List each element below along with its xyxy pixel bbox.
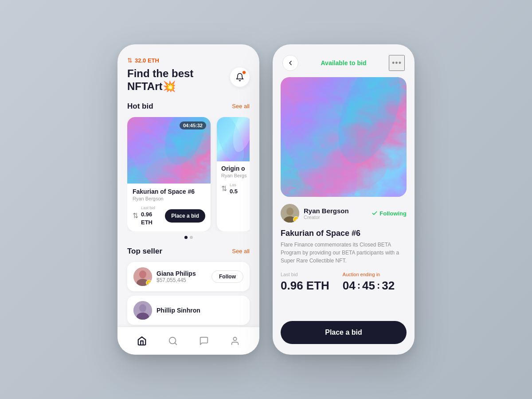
- top-seller-section-header: Top seller See all: [127, 247, 250, 256]
- chat-icon: [199, 336, 209, 346]
- seller-1-amount: $57,055,445: [156, 277, 207, 283]
- sort-icon-2: ⇅: [221, 184, 227, 193]
- nft-detail-section: Fakurian of Space #6 Flare Finance comme…: [273, 229, 415, 321]
- check-icon: [372, 210, 378, 216]
- card-1-timer: 04:45:32: [180, 121, 206, 129]
- eth-amount: 32.0 ETH: [135, 57, 159, 64]
- dot-2[interactable]: [190, 236, 193, 239]
- header-row: Find the best NFTArt💥: [127, 67, 250, 93]
- profile-icon: [230, 336, 240, 346]
- card-1-body: Fakurian of Space #6 Ryan Bergson ⇅ Last…: [127, 184, 211, 231]
- dot-1[interactable]: [184, 236, 188, 239]
- nav-profile-button[interactable]: [226, 332, 244, 350]
- timer-sep-1: :: [357, 280, 360, 291]
- nav-chat-button[interactable]: [195, 332, 213, 350]
- svg-point-16: [233, 337, 236, 340]
- timer-hours: 04: [343, 279, 356, 293]
- card-1-creator: Ryan Bergson: [133, 196, 205, 201]
- creator-text: Ryan Bergson Creator: [304, 207, 349, 220]
- hot-bid-section-header: Hot bid See all: [127, 102, 250, 111]
- main-title: Find the best NFTArt💥: [127, 67, 193, 93]
- following-badge: Following: [372, 210, 407, 217]
- creator-role: Creator: [304, 215, 349, 220]
- hot-bid-title: Hot bid: [127, 102, 153, 111]
- nft-card-2: Origin o Ryan Bergs ⇅ Las 0.5: [217, 117, 250, 231]
- svg-line-15: [175, 343, 176, 344]
- svg-point-12: [139, 304, 146, 312]
- creator-row: ✓ Ryan Bergson Creator Following: [273, 204, 415, 229]
- card-2-body: Origin o Ryan Bergs ⇅ Las 0.5: [217, 161, 250, 199]
- card-1-bid-info: ⇅ Last bid 0.96 ETH: [133, 206, 165, 226]
- bid-label: Last bid: [141, 206, 165, 210]
- nft-card-1: 04:45:32 Fakurian of Space #6 Ryan Bergs…: [127, 117, 211, 231]
- follow-button-seller-1[interactable]: Follow: [211, 270, 243, 283]
- creator-avatar: ✓: [281, 204, 299, 223]
- left-phone: ⇅ 32.0 ETH Find the best NFTArt💥 Hot bid…: [117, 44, 259, 355]
- last-bid-col: Last bid 0.96 ETH: [281, 272, 329, 293]
- nft-detail-desc: Flare Finance commemorates its Closed BE…: [281, 241, 407, 265]
- creator-name: Ryan Bergson: [304, 207, 349, 215]
- card-1-image: 04:45:32: [127, 117, 211, 184]
- card-2-bid-info: ⇅ Las 0.5: [221, 183, 238, 195]
- bid-timer-row: Last bid 0.96 ETH Auction ending in 04 :…: [281, 272, 407, 293]
- seller-1-verified: ✓: [146, 280, 152, 286]
- svg-point-24: [286, 207, 293, 215]
- seller-2-name: Phillip Sinhron: [156, 307, 243, 314]
- hot-bid-see-all[interactable]: See all: [232, 103, 250, 110]
- carousel-dots: [127, 236, 250, 239]
- eth-arrow-icon: ⇅: [127, 57, 133, 64]
- auction-timer-col: Auction ending in 04 : 45 : 32: [343, 272, 395, 293]
- more-button[interactable]: •••: [389, 55, 405, 71]
- creator-verified: ✓: [293, 216, 299, 223]
- notification-button[interactable]: [230, 67, 250, 87]
- svg-point-9: [139, 270, 146, 278]
- card-1-place-bid-button[interactable]: Place a bid: [165, 209, 205, 223]
- right-header: Available to bid •••: [273, 44, 415, 77]
- eth-badge: ⇅ 32.0 ETH: [127, 57, 250, 64]
- top-seller-see-all[interactable]: See all: [232, 248, 250, 254]
- bottom-nav: [117, 327, 259, 355]
- timer-digits: 04 : 45 : 32: [343, 279, 395, 293]
- hot-bid-cards: 04:45:32 Fakurian of Space #6 Ryan Bergs…: [127, 117, 250, 231]
- back-icon: [287, 59, 294, 66]
- art-image: [281, 77, 407, 197]
- last-bid-label: Last bid: [281, 272, 329, 277]
- card-2-art: [217, 117, 250, 161]
- nav-home-button[interactable]: [133, 332, 151, 350]
- place-bid-full-button[interactable]: Place a bid: [281, 321, 407, 344]
- home-icon: [137, 336, 147, 346]
- nft-detail-name: Fakurian of Space #6: [281, 229, 407, 238]
- seller-2-avatar: [133, 301, 152, 320]
- search-icon: [168, 336, 178, 346]
- card-2-nft-name: Origin o: [221, 165, 248, 172]
- card-2-creator: Ryan Bergs: [221, 173, 248, 178]
- seller-1-name: Giana Philips: [156, 270, 207, 277]
- creator-info: ✓ Ryan Bergson Creator: [281, 204, 349, 223]
- timer-sep-2: :: [377, 280, 380, 291]
- top-seller-title: Top seller: [127, 247, 162, 256]
- last-bid-value: 0.96 ETH: [281, 279, 329, 293]
- seller-1-info: Giana Philips $57,055,445: [156, 270, 207, 283]
- seller-2-avatar-img: [133, 301, 152, 320]
- timer-minutes: 45: [362, 279, 375, 293]
- detail-art: [281, 77, 407, 197]
- seller-card-1: ✓ Giana Philips $57,055,445 Follow: [127, 262, 250, 291]
- seller-2-info: Phillip Sinhron: [156, 307, 243, 314]
- notification-dot: [242, 70, 246, 74]
- card-2-image: [217, 117, 250, 161]
- card-2-bid-details: Las 0.5: [230, 183, 238, 195]
- seller-card-2: Phillip Sinhron: [127, 296, 250, 325]
- nav-search-button[interactable]: [164, 332, 182, 350]
- card-1-nft-name: Fakurian of Space #6: [133, 188, 205, 195]
- available-badge: Available to bid: [321, 59, 367, 66]
- auction-label: Auction ending in: [343, 272, 395, 277]
- right-phone: Available to bid •••: [273, 44, 415, 355]
- timer-seconds: 32: [382, 279, 395, 293]
- sort-icon: ⇅: [133, 211, 138, 220]
- card-2-bid-row: ⇅ Las 0.5: [221, 183, 248, 195]
- card-1-bid-details: Last bid 0.96 ETH: [141, 206, 165, 226]
- seller-1-avatar: ✓: [133, 267, 152, 286]
- bid-value: 0.96 ETH: [141, 211, 153, 226]
- back-button[interactable]: [282, 55, 298, 71]
- card-1-bid-row: ⇅ Last bid 0.96 ETH Place a bid: [133, 206, 205, 226]
